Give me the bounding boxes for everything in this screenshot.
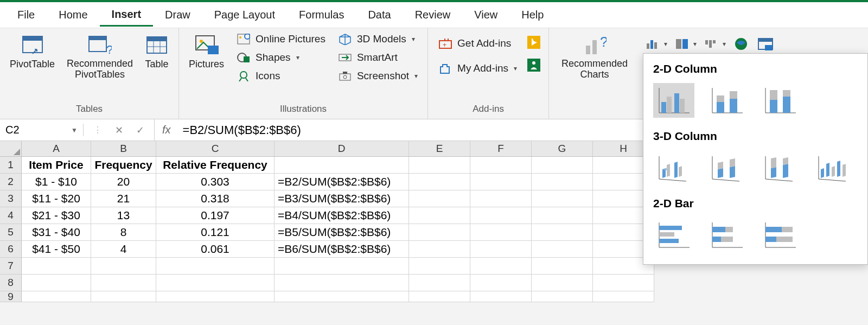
cell[interactable] bbox=[470, 190, 532, 207]
row-header[interactable]: 9 bbox=[0, 291, 22, 302]
col-header-c[interactable]: C bbox=[156, 141, 275, 156]
row-header[interactable]: 1 bbox=[0, 157, 22, 174]
recommended-charts-button[interactable]: ? Recommended Charts bbox=[557, 31, 633, 84]
cell[interactable]: =B4/SUM($B$2:$B$6) bbox=[275, 207, 409, 224]
menu-data[interactable]: Data bbox=[356, 4, 403, 26]
cell[interactable]: 0.197 bbox=[156, 207, 275, 224]
cell[interactable]: =B3/SUM($B$2:$B$6) bbox=[275, 190, 409, 207]
row-header[interactable]: 3 bbox=[0, 190, 22, 207]
cell[interactable] bbox=[532, 190, 593, 207]
cell[interactable]: 0.318 bbox=[156, 190, 275, 207]
cell[interactable] bbox=[409, 174, 470, 190]
cell[interactable]: 8 bbox=[91, 224, 156, 241]
recommended-pivottables-button[interactable]: ? Recommended PivotTables bbox=[65, 31, 135, 84]
cell[interactable] bbox=[91, 258, 156, 275]
cell[interactable] bbox=[275, 275, 409, 291]
row-header[interactable]: 8 bbox=[0, 275, 22, 291]
3d-models-button[interactable]: 3D Models ▾ bbox=[335, 31, 420, 47]
cell[interactable] bbox=[593, 291, 654, 302]
menu-file[interactable]: File bbox=[5, 4, 47, 26]
menu-insert[interactable]: Insert bbox=[100, 4, 153, 27]
100-stacked-bar-option[interactable] bbox=[760, 218, 801, 252]
my-addins-button[interactable]: My Add-ins ▾ bbox=[436, 61, 519, 76]
cell[interactable]: 13 bbox=[91, 207, 156, 224]
fx-icon[interactable]: fx bbox=[155, 124, 178, 136]
stacked-column-option[interactable] bbox=[706, 83, 748, 118]
3d-stacked-column-option[interactable] bbox=[706, 150, 748, 185]
cell[interactable] bbox=[532, 157, 593, 174]
col-header-d[interactable]: D bbox=[275, 141, 409, 156]
col-header-b[interactable]: B bbox=[91, 141, 156, 156]
3d-clustered-column-option[interactable] bbox=[653, 150, 694, 185]
cell[interactable] bbox=[156, 291, 275, 302]
column-chart-dropdown[interactable]: ▾ bbox=[646, 38, 667, 50]
col-header-g[interactable]: G bbox=[532, 141, 593, 156]
cell[interactable] bbox=[22, 258, 91, 275]
col-header-f[interactable]: F bbox=[470, 141, 532, 156]
cell[interactable] bbox=[593, 275, 654, 291]
name-box[interactable]: C2 ▼ bbox=[0, 124, 84, 136]
cell[interactable] bbox=[470, 207, 532, 224]
cell[interactable] bbox=[532, 291, 593, 302]
col-header-e[interactable]: E bbox=[409, 141, 470, 156]
row-header[interactable]: 6 bbox=[0, 241, 22, 258]
cell[interactable]: Frequency bbox=[91, 157, 156, 174]
row-header[interactable]: 4 bbox=[0, 207, 22, 224]
cell[interactable] bbox=[470, 291, 532, 302]
cell[interactable] bbox=[275, 291, 409, 302]
cell[interactable] bbox=[470, 258, 532, 275]
cell[interactable]: 4 bbox=[91, 241, 156, 258]
3d-column-option[interactable] bbox=[813, 150, 854, 185]
cell[interactable] bbox=[470, 174, 532, 190]
row-header[interactable]: 5 bbox=[0, 224, 22, 241]
cell[interactable]: $11 - $20 bbox=[22, 190, 91, 207]
col-header-a[interactable]: A bbox=[22, 141, 91, 156]
3d-100-stacked-column-option[interactable] bbox=[760, 150, 801, 185]
smartart-button[interactable]: SmartArt bbox=[335, 50, 420, 65]
cell[interactable] bbox=[532, 241, 593, 258]
cell[interactable]: $1 - $10 bbox=[22, 174, 91, 190]
cell[interactable]: =B2/SUM($B$2:$B$6) bbox=[275, 174, 409, 190]
table-button[interactable]: Table bbox=[143, 31, 171, 73]
menu-review[interactable]: Review bbox=[403, 4, 463, 26]
get-addins-button[interactable]: + Get Add-ins bbox=[436, 36, 519, 51]
cell[interactable] bbox=[532, 174, 593, 190]
people-graph-icon[interactable] bbox=[527, 59, 541, 72]
icons-button[interactable]: Icons bbox=[234, 68, 328, 84]
cell[interactable] bbox=[532, 258, 593, 275]
cell[interactable]: $21 - $30 bbox=[22, 207, 91, 224]
menu-view[interactable]: View bbox=[462, 4, 509, 26]
screenshot-button[interactable]: Screenshot ▾ bbox=[335, 68, 420, 84]
menu-draw[interactable]: Draw bbox=[153, 4, 202, 26]
cell[interactable] bbox=[409, 207, 470, 224]
clustered-bar-option[interactable] bbox=[653, 218, 694, 252]
cell[interactable] bbox=[409, 275, 470, 291]
cell[interactable] bbox=[156, 258, 275, 275]
cell[interactable] bbox=[409, 258, 470, 275]
cell[interactable] bbox=[409, 190, 470, 207]
cell[interactable] bbox=[532, 275, 593, 291]
bing-icon[interactable] bbox=[527, 36, 541, 49]
enter-icon[interactable]: ✓ bbox=[136, 124, 144, 136]
row-header[interactable]: 7 bbox=[0, 258, 22, 275]
cell[interactable] bbox=[275, 258, 409, 275]
cell[interactable] bbox=[470, 241, 532, 258]
menu-formulas[interactable]: Formulas bbox=[287, 4, 356, 26]
cell[interactable] bbox=[409, 291, 470, 302]
cell[interactable]: Item Price bbox=[22, 157, 91, 174]
cell[interactable] bbox=[532, 207, 593, 224]
cell[interactable] bbox=[275, 157, 409, 174]
cell[interactable]: 0.121 bbox=[156, 224, 275, 241]
bar-chart-dropdown[interactable]: ▾ bbox=[704, 38, 726, 50]
cell[interactable] bbox=[91, 291, 156, 302]
pivottable-button[interactable]: PivotTable bbox=[8, 31, 57, 73]
cell[interactable] bbox=[532, 224, 593, 241]
cell[interactable] bbox=[470, 224, 532, 241]
row-header[interactable]: 2 bbox=[0, 174, 22, 190]
cell[interactable]: $31 - $40 bbox=[22, 224, 91, 241]
cell[interactable]: 20 bbox=[91, 174, 156, 190]
cell[interactable]: Relative Frequency bbox=[156, 157, 275, 174]
select-all-corner[interactable] bbox=[0, 141, 22, 156]
pivotchart-button[interactable] bbox=[757, 37, 774, 50]
cell[interactable]: =B6/SUM($B$2:$B$6) bbox=[275, 241, 409, 258]
